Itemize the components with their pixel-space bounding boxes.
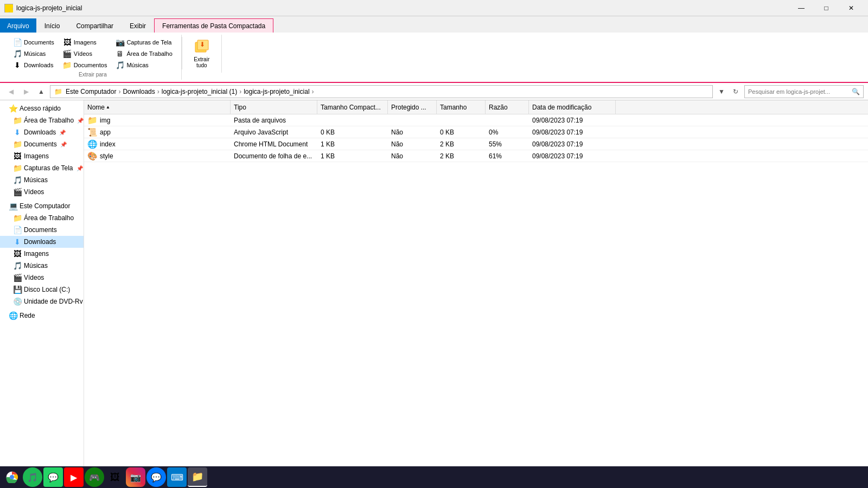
dropdown-button[interactable]: ▼ <box>715 85 728 98</box>
ribbon-item-downloads-ribbon[interactable]: ⬇ Downloads <box>11 60 56 70</box>
sidebar-este-computador[interactable]: 💻 Este Computador <box>0 200 84 212</box>
folder-desktop-icon: 📁 <box>13 116 22 125</box>
taskbar-spotify[interactable]: 🎵 <box>23 467 42 487</box>
tab-compartilhar[interactable]: Compartilhar <box>68 18 122 33</box>
file-icon: 📁 <box>87 115 98 125</box>
ribbon-item-documentos[interactable]: 📁 Documentos <box>61 60 110 70</box>
ribbon-item-musicas2[interactable]: 🎵 Músicas <box>113 60 174 70</box>
header-data[interactable]: Data de modificação <box>529 100 616 114</box>
sidebar-item-videos-pc[interactable]: 🎬 Vídeos <box>0 272 84 284</box>
ribbon-tabs: Arquivo Início Compartilhar Exibir Ferra… <box>0 16 868 33</box>
header-nome[interactable]: Nome ▲ <box>84 100 231 114</box>
sidebar-item-musicas-quick[interactable]: 🎵 Músicas <box>0 174 84 186</box>
taskbar-messenger[interactable]: 💬 <box>146 467 166 487</box>
file-tipo: Chrome HTML Document <box>231 140 317 148</box>
header-tamanho[interactable]: Tamanho <box>437 100 486 114</box>
tab-exibir[interactable]: Exibir <box>122 18 154 33</box>
folder-icon: 📁 <box>63 61 72 69</box>
video-icon: 🎬 <box>63 49 72 58</box>
ribbon-items-top: 📄 Documents 🎵 Músicas ⬇ Downloads 🖼 Imag… <box>11 37 175 70</box>
file-razao: 55% <box>486 140 529 148</box>
ribbon-item-documents[interactable]: 📄 Documents <box>11 37 56 48</box>
file-list: Nome ▲ Tipo Tamanho Compact... Protegido… <box>84 100 868 480</box>
disk-icon: 💾 <box>13 285 22 294</box>
table-row[interactable]: 📜 app Arquivo JavaScript 0 KB Não 0 KB 0… <box>84 126 868 138</box>
sidebar-item-dvd[interactable]: 💿 Unidade de DVD-Rv <box>0 296 84 307</box>
star-icon: ⭐ <box>9 104 17 113</box>
taskbar-xbox[interactable]: 🎮 <box>85 467 104 487</box>
close-button[interactable]: ✕ <box>839 0 864 16</box>
title-bar-left: logica-js-projeto_inicial <box>4 4 82 12</box>
sidebar-item-musicas-pc[interactable]: 🎵 Músicas <box>0 260 84 272</box>
ribbon-item-area-trabalho[interactable]: 🖥 Área de Trabalho <box>113 48 174 59</box>
folder-breadcrumb-icon: 📁 <box>54 87 62 96</box>
music-pc-icon: 🎵 <box>13 261 22 270</box>
ribbon-item-extrair-tudo[interactable]: ⬇ Extrairtudo <box>189 37 215 69</box>
sidebar-item-capturas-quick[interactable]: 📁 Capturas de Tela 📌 <box>0 162 84 174</box>
capture-icon: 📷 <box>116 38 124 47</box>
taskbar-instagram[interactable]: 📷 <box>126 467 145 487</box>
file-protegido: Não <box>388 152 437 160</box>
ribbon-col-right: 🖼 Imagens 🎬 Vídeos 📁 Documentos <box>61 37 110 70</box>
taskbar-youtube[interactable]: ▶ <box>64 467 84 487</box>
back-button[interactable]: ◀ <box>4 85 17 98</box>
sidebar-item-documents-quick[interactable]: 📁 Documents 📌 <box>0 138 84 150</box>
header-razao[interactable]: Razão <box>486 100 529 114</box>
breadcrumb-current[interactable]: logica-js-projeto_inicial <box>244 88 309 95</box>
images-icon: 🖼 <box>63 38 72 47</box>
header-tamanho-compact[interactable]: Tamanho Compact... <box>317 100 388 114</box>
tab-arquivo[interactable]: Arquivo <box>0 18 36 33</box>
search-input[interactable] <box>748 88 850 95</box>
sidebar-item-imagens-pc[interactable]: 🖼 Imagens <box>0 248 84 260</box>
sidebar-item-downloads-quick[interactable]: ⬇ Downloads 📌 <box>0 126 84 138</box>
ribbon-item-imagens[interactable]: 🖼 Imagens <box>61 37 110 48</box>
ribbon-item-capturas[interactable]: 📷 Capturas de Tela <box>113 37 174 48</box>
forward-button[interactable]: ▶ <box>20 85 33 98</box>
table-row[interactable]: 📁 img Pasta de arquivos 09/08/2023 07:19 <box>84 114 868 126</box>
file-name: 📁 img <box>84 115 231 125</box>
taskbar-vscode[interactable]: ⌨ <box>167 467 187 487</box>
refresh-button[interactable]: ↻ <box>729 85 742 98</box>
download-pc-icon: ⬇ <box>13 237 22 246</box>
breadcrumb-este-computador[interactable]: Este Computador <box>66 88 116 95</box>
sidebar-item-downloads-pc[interactable]: ⬇ Downloads <box>0 236 84 248</box>
download-icon: ⬇ <box>13 61 22 69</box>
desktop-icon: 🖥 <box>116 49 124 58</box>
table-row[interactable]: 🎨 style Documento de folha de e... 1 KB … <box>84 150 868 162</box>
music-sidebar-icon: 🎵 <box>13 176 22 184</box>
taskbar-photos[interactable]: 🖼 <box>105 467 125 487</box>
extrair-label: Extrairtudo <box>194 56 209 68</box>
minimize-button[interactable]: — <box>789 0 814 16</box>
computer-icon: 💻 <box>9 202 17 210</box>
up-button[interactable]: ▲ <box>35 85 48 98</box>
maximize-button[interactable]: □ <box>814 0 839 16</box>
sidebar-item-videos-quick[interactable]: 🎬 Vídeos <box>0 186 84 198</box>
images-sidebar-icon: 🖼 <box>13 152 22 160</box>
taskbar-whatsapp[interactable]: 💬 <box>43 467 63 487</box>
taskbar-chrome[interactable] <box>2 467 22 487</box>
ribbon-item-musicas[interactable]: 🎵 Músicas <box>11 48 56 59</box>
ribbon-col-mid: 📷 Capturas de Tela 🖥 Área de Trabalho 🎵 … <box>113 37 174 70</box>
header-protegido[interactable]: Protegido ... <box>388 100 437 114</box>
ribbon-col-left: 📄 Documents 🎵 Músicas ⬇ Downloads <box>11 37 56 70</box>
tab-ferramentas[interactable]: Ferramentas de Pasta Compactada <box>154 18 273 33</box>
breadcrumb-zip-folder[interactable]: logica-js-projeto_inicial (1) <box>162 88 237 95</box>
sidebar-item-imagens-quick[interactable]: 🖼 Imagens <box>0 150 84 162</box>
sidebar-item-disco-local[interactable]: 💾 Disco Local (C:) <box>0 284 84 296</box>
sidebar-item-documents-pc[interactable]: 📄 Documents <box>0 224 84 236</box>
file-razao: 61% <box>486 152 529 160</box>
sidebar-item-area-pc[interactable]: 📁 Área de Trabalho <box>0 212 84 224</box>
header-tipo[interactable]: Tipo <box>231 100 317 114</box>
file-tipo: Arquivo JavaScript <box>231 129 317 136</box>
sidebar-rede[interactable]: 🌐 Rede <box>0 310 84 322</box>
sidebar-acesso-rapido[interactable]: ⭐ Acesso rápido <box>0 102 84 114</box>
tab-inicio[interactable]: Início <box>36 18 68 33</box>
file-name: 🌐 index <box>84 139 231 149</box>
file-icon: 🎨 <box>87 151 98 161</box>
ribbon-item-videos[interactable]: 🎬 Vídeos <box>61 48 110 59</box>
breadcrumb-downloads[interactable]: Downloads <box>123 88 155 95</box>
taskbar-explorer[interactable]: 📁 <box>188 467 207 487</box>
extrair-para-label: Extrair para <box>79 72 107 78</box>
sidebar-item-area-trabalho[interactable]: 📁 Área de Trabalho 📌 <box>0 114 84 126</box>
table-row[interactable]: 🌐 index Chrome HTML Document 1 KB Não 2 … <box>84 138 868 150</box>
